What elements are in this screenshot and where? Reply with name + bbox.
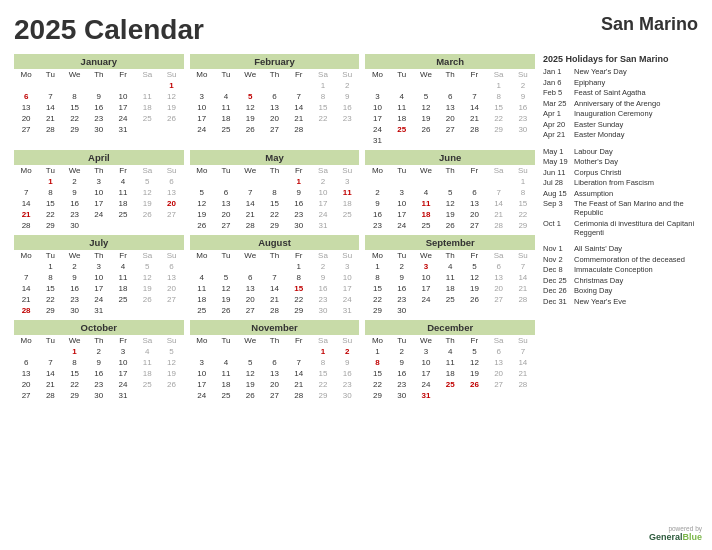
day: 13 [487, 357, 511, 368]
day: 25 [414, 220, 438, 231]
su-header: Su [511, 69, 535, 80]
day: 1 [365, 346, 389, 357]
may-calendar: May MoTuWeThFrSaSu 123 567891011 1213141… [190, 150, 360, 231]
day: 9 [62, 272, 86, 283]
day [287, 80, 311, 91]
day: 2 [335, 80, 359, 91]
day: 22 [38, 209, 62, 220]
holiday-item: Mar 25Anniversary of the Arengo [543, 99, 698, 108]
day [159, 390, 183, 401]
day: 11 [190, 283, 214, 294]
su-header: Su [335, 250, 359, 261]
day: 4 [438, 346, 462, 357]
february-header: February [190, 54, 360, 69]
day: 27 [159, 209, 183, 220]
day: 2 [390, 346, 414, 357]
september-calendar: September MoTuWeThFrSaSu 1234567 8910111… [365, 235, 535, 316]
calendar-row-2: April MoTuWeThFrSaSu 123456 78910111213 … [14, 150, 535, 231]
day: 21 [14, 209, 38, 220]
holiday-date: Jan 6 [543, 78, 571, 87]
october-header: October [14, 320, 184, 335]
day: 29 [38, 305, 62, 316]
day: 1 [311, 346, 335, 357]
day: 31 [111, 124, 135, 135]
day: 16 [335, 102, 359, 113]
day: 18 [135, 368, 159, 379]
day [214, 346, 238, 357]
day: 29 [38, 220, 62, 231]
mo-header: Mo [365, 250, 389, 261]
day: 18 [438, 283, 462, 294]
day [135, 80, 159, 91]
march-header: March [365, 54, 535, 69]
day: 7 [511, 261, 535, 272]
day: 17 [190, 379, 214, 390]
day: 29 [365, 390, 389, 401]
day: 20 [214, 209, 238, 220]
day: 8 [262, 187, 286, 198]
day [135, 390, 159, 401]
day: 27 [159, 294, 183, 305]
day: 18 [414, 209, 438, 220]
holiday-name: Christmas Day [574, 276, 623, 285]
holiday-date: Sep 3 [543, 199, 571, 217]
day: 21 [38, 379, 62, 390]
day: 17 [390, 209, 414, 220]
day: 28 [38, 390, 62, 401]
day: 7 [287, 91, 311, 102]
su-header: Su [159, 335, 183, 346]
su-header: Su [511, 250, 535, 261]
day: 29 [487, 124, 511, 135]
day: 22 [487, 113, 511, 124]
day: 18 [214, 379, 238, 390]
holiday-item: Jan 6Epiphany [543, 78, 698, 87]
day: 8 [365, 272, 389, 283]
day: 22 [365, 379, 389, 390]
day: 23 [87, 113, 111, 124]
we-header: We [62, 165, 86, 176]
day: 19 [238, 113, 262, 124]
day: 2 [390, 261, 414, 272]
day [438, 390, 462, 401]
holiday-date: Aug 15 [543, 189, 571, 198]
day: 12 [238, 102, 262, 113]
day: 30 [335, 390, 359, 401]
day [365, 176, 389, 187]
day: 22 [311, 379, 335, 390]
november-calendar: November MoTuWeThFrSaSu 12 3456789 10111… [190, 320, 360, 401]
day: 10 [190, 102, 214, 113]
day: 22 [511, 209, 535, 220]
day: 12 [462, 272, 486, 283]
holiday-name: The Feast of San Marino and the Republic [574, 199, 698, 217]
day: 11 [390, 102, 414, 113]
day: 15 [262, 198, 286, 209]
day: 7 [14, 187, 38, 198]
day: 11 [135, 91, 159, 102]
day: 22 [311, 113, 335, 124]
day: 30 [287, 220, 311, 231]
we-header: We [238, 335, 262, 346]
day: 27 [487, 294, 511, 305]
june-header: June [365, 150, 535, 165]
day: 19 [159, 368, 183, 379]
july-calendar: July MoTuWeThFrSaSu 123456 78910111213 1… [14, 235, 184, 316]
tu-header: Tu [214, 165, 238, 176]
day: 29 [511, 220, 535, 231]
day: 1 [62, 346, 86, 357]
day [135, 220, 159, 231]
day: 3 [390, 187, 414, 198]
day: 29 [62, 390, 86, 401]
day [14, 346, 38, 357]
holiday-date: Jan 1 [543, 67, 571, 76]
day: 5 [135, 176, 159, 187]
day: 23 [62, 294, 86, 305]
day: 14 [511, 357, 535, 368]
day: 4 [414, 187, 438, 198]
we-header: We [62, 335, 86, 346]
day: 4 [214, 91, 238, 102]
day: 9 [287, 187, 311, 198]
day: 14 [511, 272, 535, 283]
day: 5 [190, 187, 214, 198]
day: 13 [238, 283, 262, 294]
day: 24 [190, 124, 214, 135]
